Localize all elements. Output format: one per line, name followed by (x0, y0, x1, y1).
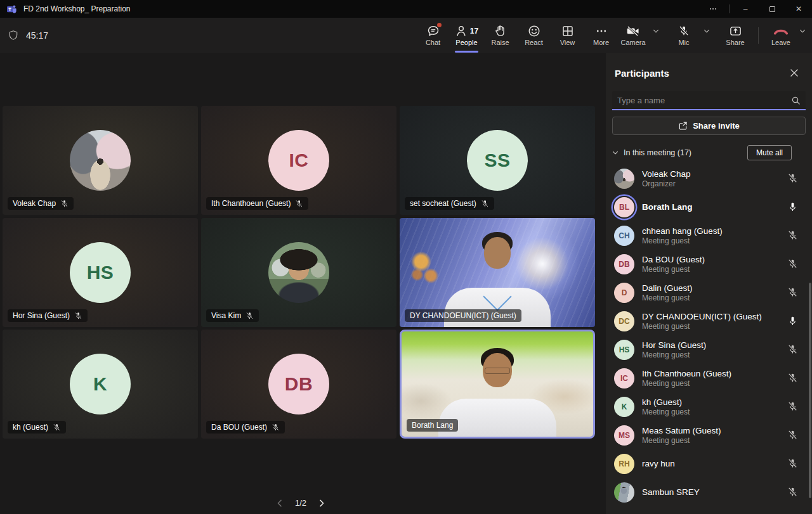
participant-mic-button[interactable] (787, 487, 798, 498)
panel-scrollbar[interactable] (809, 283, 811, 498)
mic-muted-icon (787, 344, 798, 355)
participant-role: Meeting guest (642, 408, 690, 416)
window-title: FD 2nd Workshop_ Preparation (23, 4, 131, 13)
participant-name: Hor Sina (Guest) (642, 340, 706, 350)
video-tile-dy-chandoeun[interactable]: DY CHANDOEUN(ICT) (Guest) (400, 218, 595, 327)
chat-button[interactable]: Chat (416, 18, 450, 53)
video-tile-kh[interactable]: K kh (Guest) (3, 330, 198, 439)
share-invite-button[interactable]: Share invite (612, 117, 806, 135)
mute-all-button[interactable]: Mute all (747, 145, 792, 160)
participant-row[interactable]: Sambun SREY (606, 478, 812, 506)
participant-row[interactable]: HS Hor Sina (Guest) Meeting guest (606, 335, 812, 364)
mic-muted-icon (246, 312, 254, 320)
participants-panel: Participants Share invite In this meetin… (606, 53, 812, 514)
restore-icon (769, 6, 775, 12)
participant-row[interactable]: IC Ith Chanthoeun (Guest) Meeting guest (606, 364, 812, 392)
participant-mic-button[interactable] (787, 173, 798, 184)
share-button[interactable]: Share (719, 18, 752, 53)
camera-chevron[interactable] (650, 13, 662, 49)
page-indicator: 1/2 (295, 498, 306, 508)
mic-muted-icon (787, 373, 798, 383)
raise-button[interactable]: Raise (483, 18, 517, 53)
avatar-initials: DB (268, 354, 329, 414)
participant-mic-button[interactable] (787, 430, 798, 440)
participant-name: DY CHANDOEUN(ICT) (Guest) (642, 312, 762, 321)
mic-muted-icon (787, 287, 798, 298)
avatar-photo (268, 242, 329, 303)
video-tile-visa-kim[interactable]: Visa Kim (201, 218, 396, 327)
previous-page-button[interactable] (275, 498, 285, 508)
people-button[interactable]: 17 People (450, 18, 483, 53)
search-input[interactable] (617, 96, 791, 105)
participant-row[interactable]: K kh (Guest) Meeting guest (606, 392, 812, 421)
meeting-timer: 45:17 (26, 30, 48, 41)
video-tile-da-bou[interactable]: DB Da BOU (Guest) (201, 330, 396, 439)
participant-mic-button[interactable] (787, 344, 798, 355)
leave-chevron[interactable] (797, 13, 808, 49)
participant-avatar: BL (614, 197, 634, 217)
participant-row[interactable]: RH ravy hun (606, 449, 812, 478)
participant-avatar (614, 169, 634, 189)
mic-on-icon (787, 316, 798, 326)
mic-muted-icon (787, 458, 798, 469)
participant-mic-button[interactable] (787, 373, 798, 383)
react-button[interactable]: React (517, 18, 551, 53)
participant-row[interactable]: MS Meas Satum (Guest) Meeting guest (606, 421, 812, 449)
participant-name: Dalin (Guest) (642, 283, 693, 293)
participant-row[interactable]: CH chhean hang (Guest) Meeting guest (606, 221, 812, 250)
participant-mic-button[interactable] (787, 287, 798, 298)
participant-mic-button[interactable] (787, 259, 798, 269)
participant-mic-button[interactable] (787, 401, 798, 412)
close-panel-button[interactable] (785, 64, 803, 82)
video-tile-ith-chanthoeun[interactable]: IC Ith Chanthoeun (Guest) (201, 106, 396, 215)
video-tile-borath-lang-active-speaker[interactable]: Borath Lang (400, 330, 595, 439)
mic-off-icon (678, 25, 690, 37)
tile-name-badge: kh (Guest) (8, 421, 66, 434)
participant-role: Meeting guest (642, 436, 721, 445)
tile-name-badge: set socheat (Guest) (405, 197, 494, 210)
participant-row[interactable]: BL Borath Lang (606, 193, 812, 221)
video-tile-voleak-chap[interactable]: Voleak Chap (3, 106, 198, 215)
participant-mic-button[interactable] (787, 202, 798, 212)
next-page-button[interactable] (317, 498, 327, 508)
mic-muted-icon (60, 200, 69, 208)
minimize-button[interactable]: – (732, 0, 759, 18)
participant-avatar (614, 482, 634, 503)
participant-avatar: MS (614, 425, 634, 446)
participant-row[interactable]: D Dalin (Guest) Meeting guest (606, 278, 812, 307)
more-button[interactable]: More (584, 18, 618, 53)
view-grid-icon (561, 25, 574, 37)
mic-muted-icon (272, 423, 280, 432)
avatar-initials: IC (268, 130, 329, 191)
view-button[interactable]: View (551, 18, 584, 53)
tile-name-badge: Da BOU (Guest) (206, 421, 285, 434)
participant-row[interactable]: DC DY CHANDOEUN(ICT) (Guest) Meeting gue… (606, 307, 812, 335)
raise-hand-icon (494, 25, 507, 37)
camera-off-icon (626, 25, 640, 37)
mic-button[interactable]: Mic (667, 18, 701, 53)
participant-role: Meeting guest (642, 379, 731, 388)
chat-icon (427, 25, 440, 37)
participant-avatar: DC (614, 311, 634, 331)
participant-avatar: RH (614, 454, 634, 474)
participant-row[interactable]: Voleak Chap Organizer (606, 164, 812, 193)
maximize-button[interactable] (759, 0, 785, 18)
tile-name-badge: Ith Chanthoeun (Guest) (206, 197, 308, 210)
participant-mic-button[interactable] (787, 230, 798, 241)
mic-chevron[interactable] (701, 13, 712, 49)
participant-name: ravy hun (642, 459, 675, 468)
more-ellipsis-icon (595, 25, 608, 37)
window-titlebar: FD 2nd Workshop_ Preparation – ✕ (0, 0, 812, 18)
camera-button[interactable]: Camera (616, 18, 650, 53)
leave-button[interactable]: Leave (765, 18, 797, 53)
section-collapse-chevron-icon[interactable] (612, 150, 619, 156)
video-tile-hor-sina[interactable]: HS Hor Sina (Guest) (3, 218, 198, 327)
participant-mic-button[interactable] (787, 316, 798, 326)
participant-row[interactable]: DB Da BOU (Guest) Meeting guest (606, 250, 812, 278)
video-tile-set-socheat[interactable]: SS set socheat (Guest) (400, 106, 595, 215)
gallery-pagination: 1/2 (0, 492, 601, 514)
window-controls-divider (729, 4, 730, 13)
share-screen-icon (730, 25, 742, 37)
participant-mic-button[interactable] (787, 458, 798, 469)
participant-search[interactable] (612, 91, 806, 110)
